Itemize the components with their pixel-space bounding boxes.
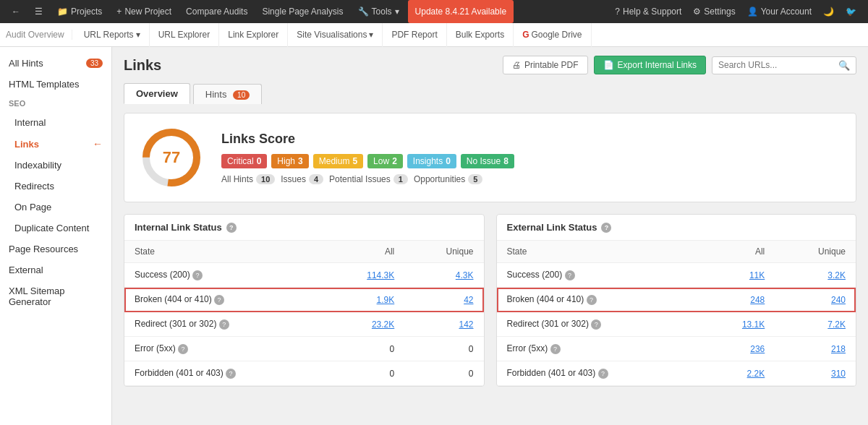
state-help-icon[interactable]: ? [565, 270, 575, 280]
internal-state-cell: Redirect (301 or 302) ? [124, 312, 326, 337]
sec-link-explorer[interactable]: Link Explorer [219, 23, 288, 47]
sidebar-item-page-resources[interactable]: Page Resources [0, 239, 111, 259]
external-state-cell: Redirect (301 or 302) ? [497, 312, 702, 337]
sidebar-item-links[interactable]: Links ← [0, 133, 111, 155]
external-all-cell[interactable]: 11K [702, 263, 775, 288]
internal-unique-cell: 0 [404, 361, 483, 386]
score-hints: All Hints 10 Issues 4 Potential Issues 1… [221, 174, 841, 184]
xml-sitemap-label: XML Sitemap Generator [9, 286, 103, 307]
nav-help[interactable]: ? Help & Support [609, 0, 687, 23]
nav-settings[interactable]: ⚙ Settings [687, 0, 741, 23]
sidebar-item-external[interactable]: External [0, 259, 111, 280]
state-help-icon[interactable]: ? [587, 295, 597, 305]
state-help-icon[interactable]: ? [192, 270, 203, 280]
nav-moon[interactable]: 🌙 [817, 0, 840, 23]
internal-all-cell[interactable]: 23.2K [326, 312, 404, 337]
page-resources-label: Page Resources [9, 244, 78, 254]
nav-account[interactable]: 👤 Your Account [741, 0, 817, 23]
nav-back[interactable]: ← [6, 0, 26, 23]
single-page-label: Single Page Analysis [262, 7, 343, 17]
external-state-cell: Error (5xx) ? [497, 337, 702, 361]
internal-help-icon[interactable]: ? [226, 223, 237, 233]
export-label: Export Internal Links [618, 60, 697, 70]
external-table-row: Forbidden (401 or 403) ? 2.2K 310 [497, 361, 856, 386]
internal-state-cell: Error (5xx) ? [124, 337, 326, 361]
on-page-label: On Page [14, 202, 51, 212]
external-unique-cell[interactable]: 240 [775, 288, 856, 312]
nav-new-project[interactable]: + New Project [111, 0, 177, 23]
sec-nav: Audit Overview URL Reports ▾ URL Explore… [0, 23, 868, 47]
sec-url-explorer[interactable]: URL Explorer [150, 23, 220, 47]
sidebar-item-all-hints[interactable]: All Hints 33 [0, 53, 111, 74]
state-help-icon[interactable]: ? [219, 319, 229, 330]
sec-google-drive[interactable]: G Google Drive [514, 23, 591, 47]
external-all-cell[interactable]: 2.2K [702, 361, 775, 386]
sidebar-item-redirects[interactable]: Redirects [0, 176, 111, 197]
external-table-row: Error (5xx) ? 236 218 [497, 337, 856, 361]
sidebar-item-on-page[interactable]: On Page [0, 197, 111, 218]
external-table-row: Redirect (301 or 302) ? 13.1K 7.2K [497, 312, 856, 337]
new-project-label: New Project [124, 7, 171, 17]
external-unique-cell[interactable]: 7.2K [775, 312, 856, 337]
hint-opportunities[interactable]: Opportunities 5 [414, 174, 483, 184]
search-input[interactable] [718, 60, 838, 70]
tabs: Overview Hints 10 [124, 83, 856, 104]
noissue-label: No Issue [467, 156, 501, 166]
sec-url-reports[interactable]: URL Reports ▾ [75, 23, 150, 47]
state-help-icon[interactable]: ? [178, 344, 188, 354]
external-help-icon[interactable]: ? [601, 223, 611, 233]
internal-unique-cell[interactable]: 4.3K [404, 263, 483, 288]
sidebar-item-duplicate[interactable]: Duplicate Content [0, 218, 111, 239]
internal-unique-cell[interactable]: 42 [404, 288, 483, 312]
tools-label: Tools [372, 7, 392, 17]
internal-all-cell[interactable]: 1.9K [326, 288, 404, 312]
tables-row: Internal Link Status ? State All Unique … [124, 214, 856, 387]
score-pills: Critical 0 High 3 Medium 5 Low 2 [221, 154, 841, 168]
sec-site-vis[interactable]: Site Visualisations ▾ [288, 23, 383, 47]
external-all-cell[interactable]: 13.1K [702, 312, 775, 337]
sidebar-item-indexability[interactable]: Indexability [0, 155, 111, 176]
nav-tools[interactable]: 🔧 Tools ▾ [352, 0, 405, 23]
pill-medium: Medium 5 [313, 154, 363, 168]
external-link-table: External Link Status ? State All Unique … [496, 214, 857, 387]
state-help-icon[interactable]: ? [591, 319, 601, 330]
nav-update[interactable]: Update 8.4.21 Available [408, 0, 514, 23]
sec-pdf-report[interactable]: PDF Report [383, 23, 446, 47]
pill-low: Low 2 [367, 154, 403, 168]
nav-projects[interactable]: 📁 Projects [51, 0, 108, 23]
external-table-row: Success (200) ? 11K 3.2K [497, 263, 856, 288]
sidebar-item-xml-sitemap[interactable]: XML Sitemap Generator [0, 280, 111, 312]
external-unique-cell[interactable]: 3.2K [775, 263, 856, 288]
sidebar-item-html-templates[interactable]: HTML Templates [0, 74, 111, 95]
export-internal-links-button[interactable]: 📄 Export Internal Links [594, 56, 706, 74]
internal-table: State All Unique Success (200) ? 114.3K … [124, 241, 484, 386]
tab-hints[interactable]: Hints 10 [193, 84, 262, 104]
state-help-icon[interactable]: ? [598, 369, 608, 379]
external-all-cell[interactable]: 248 [702, 288, 775, 312]
external-unique-cell[interactable]: 310 [775, 361, 856, 386]
hint-issues[interactable]: Issues 4 [281, 174, 323, 184]
nav-single-page[interactable]: Single Page Analysis [256, 0, 349, 23]
gear-icon: ⚙ [693, 7, 701, 17]
external-table: State All Unique Success (200) ? 11K 3.2… [497, 241, 856, 386]
internal-all-cell[interactable]: 114.3K [326, 263, 404, 288]
state-help-icon[interactable]: ? [550, 344, 561, 354]
tab-overview[interactable]: Overview [124, 83, 190, 104]
low-label: Low [373, 156, 389, 166]
pill-critical: Critical 0 [221, 154, 267, 168]
indexability-label: Indexability [14, 160, 61, 171]
external-unique-cell[interactable]: 218 [775, 337, 856, 361]
external-all-cell[interactable]: 236 [702, 337, 775, 361]
state-help-icon[interactable]: ? [226, 369, 236, 379]
sec-bulk-exports[interactable]: Bulk Exports [447, 23, 514, 47]
nav-menu[interactable]: ☰ [29, 0, 48, 23]
search-box[interactable]: 🔍 [712, 56, 856, 74]
printable-pdf-button[interactable]: 🖨 Printable PDF [503, 56, 588, 74]
state-help-icon[interactable]: ? [214, 295, 224, 305]
hint-potential-issues[interactable]: Potential Issues 1 [329, 174, 408, 184]
hint-all-hints[interactable]: All Hints 10 [221, 174, 275, 184]
nav-twitter[interactable]: 🐦 [840, 0, 862, 23]
sidebar-item-internal[interactable]: Internal [0, 112, 111, 133]
internal-unique-cell[interactable]: 142 [404, 312, 483, 337]
nav-compare-audits[interactable]: Compare Audits [180, 0, 253, 23]
